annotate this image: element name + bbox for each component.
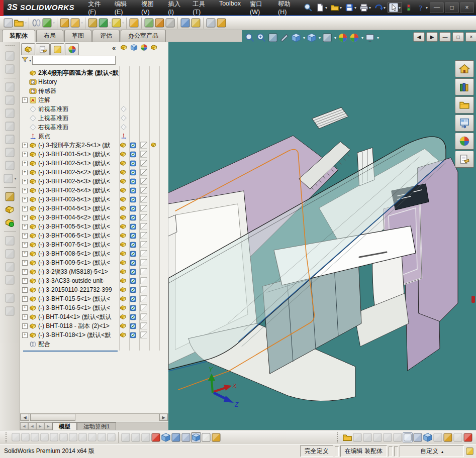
annotation-folder-icon[interactable]	[342, 432, 352, 442]
display-mode-icon[interactable]	[130, 286, 137, 293]
tree-item[interactable]: History	[20, 77, 168, 86]
wireframe-icon[interactable]	[201, 432, 211, 442]
sketch-polygon-icon[interactable]	[40, 432, 49, 442]
select-icon[interactable]	[389, 3, 398, 12]
measure-2-icon[interactable]	[443, 432, 453, 442]
display-hide-show-icon[interactable]	[120, 196, 127, 203]
part-icon[interactable]	[29, 151, 37, 158]
part-icon[interactable]	[29, 241, 37, 249]
scrollbar-thumb[interactable]	[30, 414, 75, 421]
component-drop-icon[interactable]	[3, 173, 14, 184]
configurationmanager-tab-icon[interactable]	[53, 45, 62, 54]
expand-toggle[interactable]: +	[22, 143, 28, 148]
tree-item[interactable]: +(-) 3-BHT-009-5<1> (默认<	[20, 258, 168, 267]
note-link-icon[interactable]	[362, 432, 372, 442]
expand-toggle[interactable]: +	[22, 224, 28, 230]
reload-button[interactable]	[5, 275, 15, 285]
tree-item[interactable]: +(-) 3-BHT-002-5<3> (默认<	[20, 177, 168, 186]
filter-tool-button[interactable]	[5, 51, 15, 61]
tile-right-button[interactable]: ▶	[426, 32, 438, 42]
edit-part-icon[interactable]	[5, 108, 15, 119]
insert-component-tool-button[interactable]	[5, 95, 15, 105]
relation-parallel-icon[interactable]	[87, 432, 97, 442]
part-icon[interactable]	[29, 178, 37, 185]
display-appearance-icon[interactable]	[140, 187, 147, 194]
menu-6[interactable]: Toolbox	[215, 0, 245, 18]
collision-2-icon[interactable]	[463, 432, 473, 442]
tree-item[interactable]: 上视基准面	[20, 113, 168, 123]
undo-icon[interactable]	[374, 3, 383, 12]
part-icon[interactable]	[29, 169, 37, 176]
scroll-left-arrow[interactable]: ◀	[21, 414, 29, 421]
display-mode-icon[interactable]	[130, 223, 137, 230]
display-hide-show-icon[interactable]	[120, 142, 127, 149]
display-hide-show-icon[interactable]	[120, 187, 127, 194]
display-hide-show-icon[interactable]	[120, 277, 127, 284]
no-preview-icon[interactable]	[5, 293, 15, 303]
assembly-features-icon[interactable]	[98, 18, 109, 28]
tab-模型[interactable]: 模型	[52, 422, 77, 430]
dissolve-subassembly-icon[interactable]	[5, 262, 15, 272]
edit-component-icon[interactable]	[3, 18, 14, 28]
solidworks-resources-tab[interactable]	[455, 60, 474, 77]
display-appearance-icon[interactable]	[140, 250, 147, 257]
clock-icon[interactable]	[29, 78, 37, 86]
display-mode-icon[interactable]	[130, 142, 137, 149]
tree-item[interactable]: +A注解	[20, 95, 168, 104]
custom-properties-icon[interactable]	[459, 154, 470, 165]
dropdown-arrow-icon[interactable]: ▾	[354, 6, 356, 10]
expand-toggle[interactable]: +	[22, 197, 28, 202]
dropdown-arrow-icon[interactable]: ▾	[25, 21, 27, 25]
display-appearance-icon[interactable]	[140, 205, 147, 212]
component-properties-button[interactable]	[5, 82, 15, 92]
undo-button[interactable]: ▾	[373, 3, 387, 13]
display-mode-icon[interactable]	[130, 295, 137, 302]
appearances-scenes-tab[interactable]	[455, 133, 474, 150]
tree-item[interactable]: +(-) 3-BHT-002-5<1> (默认<	[20, 159, 168, 168]
dropdown-arrow-icon[interactable]: ▾	[81, 21, 83, 25]
part-icon[interactable]	[29, 268, 37, 276]
display-appearance-icon[interactable]	[140, 178, 147, 185]
view-palette-tab[interactable]	[455, 114, 474, 132]
menu-4[interactable]: 插入(I)	[163, 0, 188, 18]
display-mode-icon[interactable]	[130, 187, 137, 194]
display-appearance-icon[interactable]	[140, 331, 147, 338]
new-document-button[interactable]: ▾	[315, 3, 328, 13]
display-appearance-icon[interactable]	[140, 241, 147, 248]
tree-item[interactable]: +(-) 3-报刑亭方案2-5<1> (默	[20, 141, 168, 150]
display-appearance-icon[interactable]	[140, 232, 147, 239]
search-icon[interactable]	[304, 3, 313, 12]
isolate-button[interactable]	[5, 204, 15, 215]
save-button[interactable]: ▾	[344, 3, 357, 13]
note-add-icon[interactable]	[352, 432, 362, 442]
display-material-icon[interactable]	[150, 142, 157, 148]
tree-item[interactable]: +(-) 3-BHT-006-5<1> (默认<	[20, 231, 168, 240]
edit-appearance-icon[interactable]	[338, 33, 348, 43]
graphics-viewport[interactable]: Y X Z	[168, 42, 476, 430]
part-icon[interactable]	[29, 304, 37, 312]
reload-icon[interactable]	[5, 275, 15, 285]
part-icon[interactable]	[29, 214, 37, 221]
shaded-cube-icon[interactable]	[423, 432, 433, 442]
display-mode-icon[interactable]	[130, 268, 137, 275]
tree-item[interactable]: +(-) 3-BHT-018<1> (默认<默	[20, 330, 168, 339]
tag-icon[interactable]	[465, 447, 474, 455]
tree-root-item[interactable]: 2米4报刑亭圆弧方案 (默认<默认	[20, 68, 168, 77]
display-hide-show-icon[interactable]	[120, 322, 127, 329]
expand-toggle[interactable]: +	[22, 170, 28, 175]
lock-mate-icon[interactable]	[5, 191, 15, 202]
bill-of-materials-icon[interactable]	[144, 18, 154, 28]
display-mode-icon[interactable]	[130, 277, 137, 284]
filter-funnel-icon[interactable]	[21, 56, 29, 63]
large-design-review-button[interactable]	[5, 217, 15, 228]
display-hide-show-icon[interactable]	[120, 259, 127, 266]
open-document-button[interactable]: ▾	[329, 3, 343, 13]
tree-item[interactable]: +(-) 3-BHT-008-5<1> (默认<	[20, 249, 168, 258]
expand-toggle[interactable]: +	[22, 287, 28, 293]
pattern-driven-icon[interactable]	[5, 236, 15, 246]
expand-toggle[interactable]: +	[22, 206, 28, 211]
display-mode-icon[interactable]	[130, 331, 137, 338]
display-appearance-icon[interactable]	[140, 196, 147, 203]
display-hide-show-icon[interactable]	[120, 169, 127, 176]
model-3d[interactable]	[168, 107, 458, 401]
